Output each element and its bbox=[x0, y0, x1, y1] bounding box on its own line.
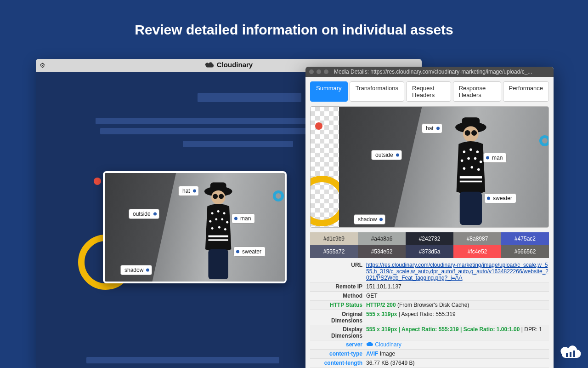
svg-point-12 bbox=[211, 227, 213, 230]
svg-point-32 bbox=[477, 168, 480, 171]
svg-point-5 bbox=[211, 212, 213, 214]
media-details-popup: Media Details: https://res.cloudinary.co… bbox=[305, 67, 554, 368]
svg-point-26 bbox=[461, 159, 464, 162]
svg-point-28 bbox=[474, 157, 477, 160]
ai-tag-outside[interactable]: outside bbox=[129, 209, 159, 219]
tab-performance[interactable]: Performance bbox=[503, 81, 549, 102]
svg-point-30 bbox=[463, 167, 466, 170]
ai-tag-sweater[interactable]: sweater bbox=[233, 247, 266, 257]
ai-tag-hat[interactable]: hat bbox=[178, 186, 199, 196]
swatch[interactable]: #242732 bbox=[406, 232, 453, 245]
swatch[interactable]: #a4a8a6 bbox=[358, 232, 406, 245]
svg-point-29 bbox=[480, 160, 482, 163]
tab-transformations[interactable]: Transformations bbox=[350, 81, 404, 102]
label-content-type: content-type bbox=[310, 351, 366, 357]
svg-rect-35 bbox=[460, 191, 482, 224]
value-remote-ip: 151.101.1.137 bbox=[366, 283, 549, 290]
svg-point-13 bbox=[218, 226, 220, 229]
svg-point-4 bbox=[219, 194, 224, 199]
page-headline: Review detailed information on individua… bbox=[0, 0, 588, 38]
gear-icon[interactable]: ⚙ bbox=[40, 62, 45, 69]
window-zoom-icon[interactable] bbox=[324, 69, 328, 74]
svg-point-7 bbox=[223, 212, 225, 214]
svg-rect-38 bbox=[573, 351, 575, 357]
brand-text: Cloudinary bbox=[217, 61, 253, 69]
label-server: server bbox=[310, 341, 366, 348]
svg-point-3 bbox=[213, 194, 218, 199]
tab-response-headers[interactable]: Response Headers bbox=[453, 81, 501, 102]
popup-titlebar: Media Details: https://res.cloudinary.co… bbox=[305, 67, 554, 77]
svg-point-24 bbox=[469, 148, 472, 151]
ai-tag-shadow[interactable]: shadow bbox=[120, 265, 152, 275]
asset-thumbnail[interactable]: hat outside man sweater shadow bbox=[103, 171, 287, 283]
svg-point-27 bbox=[468, 157, 470, 160]
value-url[interactable]: https://res.cloudinary.com/cloudinary-ma… bbox=[366, 262, 548, 281]
svg-point-8 bbox=[209, 220, 211, 223]
ai-tag-shadow[interactable]: shadow bbox=[354, 214, 385, 224]
svg-point-14 bbox=[224, 228, 226, 230]
tab-request-headers[interactable]: Request Headers bbox=[406, 81, 451, 102]
decorative-dot-blue bbox=[273, 190, 284, 201]
swatch[interactable]: #666562 bbox=[501, 245, 549, 258]
swatch[interactable]: #373d5a bbox=[406, 245, 453, 258]
decorative-dot-red bbox=[94, 178, 101, 185]
ai-tag-man[interactable]: man bbox=[483, 153, 507, 163]
swatch[interactable]: #fc4e52 bbox=[453, 245, 501, 258]
svg-rect-34 bbox=[460, 180, 482, 182]
svg-rect-36 bbox=[566, 353, 568, 357]
ai-tag-sweater[interactable]: sweater bbox=[484, 193, 516, 203]
value-content-length: 36.77 KB (37649 B) bbox=[366, 360, 549, 366]
svg-point-6 bbox=[217, 210, 219, 213]
cloudinary-logo-icon bbox=[560, 345, 582, 362]
swatch[interactable]: #8a8987 bbox=[453, 232, 501, 245]
svg-rect-15 bbox=[208, 236, 228, 237]
label-disp-dim: Display Dimensions bbox=[310, 326, 366, 339]
popup-tabs: Summary Transformations Request Headers … bbox=[305, 77, 554, 106]
decorative-dot-red bbox=[315, 122, 322, 130]
svg-point-21 bbox=[465, 130, 470, 136]
decorative-dot-blue bbox=[539, 135, 549, 146]
tab-summary[interactable]: Summary bbox=[310, 81, 348, 102]
value-disp-dim: 555 x 319px | Aspect Ratio: 555:319 | Sc… bbox=[366, 326, 549, 333]
svg-point-31 bbox=[471, 166, 474, 169]
color-swatches: #d1c9b9 #a4a8a6 #242732 #8a8987 #475ac2 … bbox=[310, 232, 549, 258]
media-preview: hat outside man sweater shadow bbox=[310, 106, 549, 228]
swatch[interactable]: #555a72 bbox=[310, 245, 358, 258]
ai-tag-outside[interactable]: outside bbox=[371, 150, 402, 160]
svg-point-11 bbox=[226, 221, 228, 224]
svg-point-23 bbox=[463, 150, 466, 153]
swatch[interactable]: #534e52 bbox=[358, 245, 406, 258]
window-minimize-icon[interactable] bbox=[317, 69, 321, 74]
ai-tag-man[interactable]: man bbox=[232, 213, 255, 224]
label-http-status: HTTP Status bbox=[310, 302, 366, 308]
label-content-length: content-length bbox=[310, 360, 366, 366]
value-server: Cloudinary bbox=[366, 341, 549, 348]
value-content-type: AVIF Image bbox=[366, 351, 549, 357]
svg-rect-17 bbox=[208, 249, 228, 279]
value-http-status: HTTP/2 200 (From Browser's Disk Cache) bbox=[366, 302, 549, 308]
svg-point-22 bbox=[471, 130, 477, 136]
svg-point-10 bbox=[221, 218, 223, 221]
swatch[interactable]: #475ac2 bbox=[501, 232, 549, 245]
svg-rect-37 bbox=[570, 352, 571, 357]
value-orig-dim: 555 x 319px | Aspect Ratio: 555:319 bbox=[366, 311, 549, 317]
label-url: URL bbox=[310, 262, 366, 268]
label-remote-ip: Remote IP bbox=[310, 283, 366, 290]
svg-point-9 bbox=[215, 218, 217, 221]
label-method: Method bbox=[310, 293, 366, 299]
swatch[interactable]: #d1c9b9 bbox=[310, 232, 358, 245]
svg-rect-33 bbox=[460, 176, 482, 178]
value-method: GET bbox=[366, 293, 549, 299]
label-orig-dim: Original Dimensions bbox=[310, 311, 366, 324]
svg-point-25 bbox=[476, 150, 479, 153]
popup-title: Media Details: https://res.cloudinary.co… bbox=[334, 69, 550, 75]
window-close-icon[interactable] bbox=[309, 69, 314, 74]
brand-logo: Cloudinary bbox=[205, 61, 253, 69]
cloudinary-icon bbox=[366, 342, 373, 347]
ai-tag-hat[interactable]: hat bbox=[422, 123, 442, 133]
media-details-table: URL https://res.cloudinary.com/cloudinar… bbox=[310, 261, 549, 368]
svg-rect-16 bbox=[208, 239, 228, 241]
